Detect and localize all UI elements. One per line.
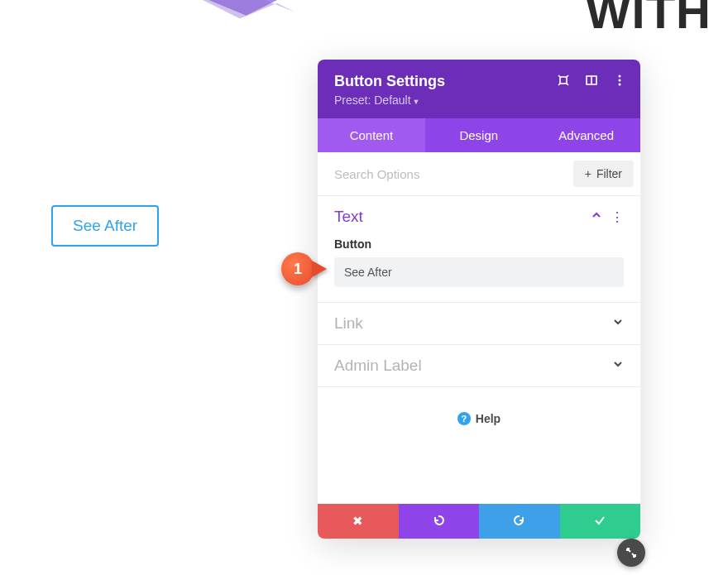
panel-header: Button Settings Preset: Default▼ (318, 60, 640, 118)
sidebar-toggle-icon[interactable] (584, 73, 599, 88)
tabs-bar: Content Design Advanced (318, 118, 640, 152)
undo-icon (432, 514, 445, 529)
expand-fab[interactable] (617, 539, 645, 567)
filter-label: Filter (596, 167, 622, 180)
svg-point-3 (619, 75, 621, 78)
hero-text-fragment: WITH D (586, 0, 728, 39)
svg-point-5 (619, 84, 621, 86)
chevron-down-icon: ▼ (413, 98, 420, 106)
section-kebab-icon[interactable]: ⋮ (611, 209, 624, 225)
chevron-down-icon (612, 316, 624, 331)
button-text-input[interactable] (334, 257, 624, 287)
chevron-down-icon (612, 358, 624, 373)
kebab-menu-icon[interactable] (612, 73, 627, 88)
section-link-title: Link (334, 314, 363, 333)
undo-button[interactable] (399, 504, 480, 539)
help-icon: ? (457, 412, 471, 425)
section-link[interactable]: Link (318, 303, 640, 345)
annotation-pointer: 1 (281, 252, 314, 285)
plus-icon: + (585, 167, 592, 180)
chevron-up-icon[interactable] (591, 209, 602, 224)
redo-button[interactable] (479, 504, 560, 539)
close-icon: ✖ (352, 514, 363, 529)
pointer-number: 1 (294, 261, 302, 278)
section-admin-label[interactable]: Admin Label (318, 345, 640, 387)
search-input[interactable] (334, 167, 573, 181)
check-icon (593, 514, 606, 529)
expand-icon[interactable] (556, 73, 571, 88)
preview-button[interactable]: See After (51, 205, 159, 247)
filter-button[interactable]: + Filter (573, 161, 634, 187)
redo-icon (513, 514, 526, 529)
section-admin-label-title: Admin Label (334, 357, 422, 375)
cancel-button[interactable]: ✖ (318, 504, 399, 539)
preset-label: Preset: Default (334, 93, 411, 107)
tab-advanced[interactable]: Advanced (533, 118, 640, 152)
save-button[interactable] (560, 504, 641, 539)
svg-rect-0 (560, 77, 567, 84)
tab-content[interactable]: Content (318, 118, 425, 152)
expand-arrows-icon (625, 546, 638, 559)
svg-point-4 (619, 79, 621, 82)
button-field-label: Button (334, 237, 624, 251)
footer-actions: ✖ (318, 504, 640, 539)
settings-panel: Button Settings Preset: Default▼ Content… (318, 60, 640, 539)
section-text: Text ⋮ Button (318, 196, 640, 303)
tab-design[interactable]: Design (425, 118, 533, 152)
hero-decoration (182, 0, 347, 25)
help-row[interactable]: ? Help (318, 387, 640, 504)
preset-dropdown[interactable]: Preset: Default▼ (334, 93, 624, 107)
section-text-title[interactable]: Text (334, 208, 363, 226)
help-label: Help (476, 412, 500, 425)
search-row: + Filter (318, 152, 640, 196)
